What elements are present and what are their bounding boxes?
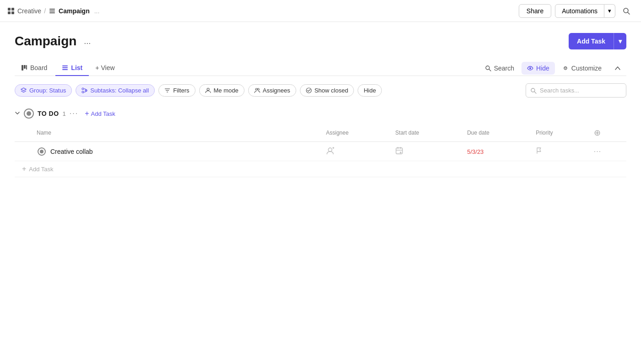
chip-group-status[interactable]: Group: Status: [15, 84, 72, 97]
task-search-wrap: [526, 83, 626, 98]
svg-rect-1: [11, 8, 14, 11]
chip-subtasks-label: Subtasks: Collapse all: [90, 87, 149, 94]
hide-action[interactable]: Hide: [521, 62, 555, 75]
list-tab-icon: [62, 65, 68, 71]
automations-group: Automations ▾: [555, 4, 615, 18]
breadcrumb-separator: /: [44, 7, 46, 15]
automations-arrow-button[interactable]: ▾: [604, 4, 615, 18]
grid-icon: [7, 7, 15, 15]
search-action-icon: [485, 65, 491, 71]
add-task-plus-icon: +: [22, 165, 26, 173]
svg-line-31: [535, 92, 537, 93]
svg-rect-5: [49, 11, 55, 11]
layers-icon: [21, 87, 27, 93]
page-content: Campaign ... Add Task ▾ Board: [0, 22, 641, 188]
tab-list[interactable]: List: [55, 60, 89, 76]
view-tabs-left: Board List + View: [15, 60, 120, 76]
task-status-dot: [40, 150, 43, 153]
task-status-icon[interactable]: [38, 147, 46, 156]
add-task-button-label: Add Task: [29, 166, 53, 173]
task-assignee-cell: [320, 142, 390, 161]
automations-button[interactable]: Automations: [555, 4, 604, 18]
chip-filters[interactable]: Filters: [158, 84, 195, 97]
filter-bar: Group: Status Subtasks: Collapse all Fil…: [15, 83, 626, 98]
board-tab-icon: [21, 65, 27, 71]
breadcrumb-more[interactable]: ...: [94, 7, 100, 15]
chip-hide[interactable]: Hide: [358, 84, 382, 97]
svg-rect-13: [62, 67, 68, 68]
svg-point-19: [565, 68, 566, 69]
task-more-icon[interactable]: ···: [594, 147, 601, 155]
hide-action-label: Hide: [536, 65, 549, 72]
chip-assignees[interactable]: Assignees: [248, 84, 296, 97]
page-more-button[interactable]: ...: [81, 36, 93, 47]
plus-view-icon: +: [95, 64, 99, 71]
priority-flag-icon[interactable]: [536, 147, 543, 154]
search-action[interactable]: Search: [479, 62, 520, 75]
add-task-button[interactable]: + Add Task: [22, 165, 619, 173]
task-table-body: Creative collab: [15, 142, 626, 177]
task-due-date-cell: 5/3/23: [462, 142, 530, 161]
assignee-add-icon[interactable]: [326, 147, 334, 155]
chip-me-mode[interactable]: Me mode: [199, 84, 244, 97]
section-toggle-todo[interactable]: [15, 110, 20, 117]
svg-rect-6: [49, 12, 55, 13]
table-row: Creative collab: [15, 142, 626, 161]
topbar: Creative / Campaign ... Share Automation…: [0, 0, 641, 22]
section-header-todo: TO DO 1 ··· + Add Task: [15, 105, 626, 122]
collapse-action[interactable]: [609, 62, 626, 74]
people-icon: [254, 87, 260, 93]
svg-point-17: [529, 67, 531, 69]
chevron-down-icon: [15, 110, 20, 116]
add-task-main-button[interactable]: Add Task ▾: [569, 33, 626, 49]
add-task-row: + Add Task: [15, 161, 626, 177]
tab-add-view[interactable]: + View: [91, 60, 119, 76]
add-column-icon[interactable]: ⊕: [594, 128, 601, 137]
tab-add-view-label: View: [101, 64, 114, 71]
task-name-text[interactable]: Creative collab: [50, 148, 93, 155]
chip-hide-label: Hide: [364, 87, 376, 94]
task-start-date-cell: [390, 142, 462, 161]
chevron-up-icon: [614, 65, 621, 71]
svg-rect-0: [8, 8, 11, 11]
search-tasks-icon: [530, 87, 537, 94]
search-action-label: Search: [494, 65, 514, 72]
hide-action-icon: [527, 65, 533, 71]
svg-point-29: [306, 88, 311, 93]
share-button[interactable]: Share: [519, 4, 551, 18]
breadcrumb-parent-label: Creative: [17, 7, 41, 15]
chip-show-closed[interactable]: Show closed: [300, 84, 354, 97]
topbar-actions: Share Automations ▾: [519, 4, 634, 18]
section-status-icon: [24, 109, 34, 119]
task-priority-cell: [530, 142, 588, 161]
chip-subtasks[interactable]: Subtasks: Collapse all: [76, 84, 155, 97]
task-name-cell: Creative collab: [15, 142, 320, 161]
search-tasks-input[interactable]: [526, 83, 626, 98]
customize-action[interactable]: Customize: [557, 62, 607, 75]
start-date-add-icon[interactable]: [395, 147, 403, 155]
check-circle-icon: [306, 87, 312, 93]
task-table: Name Assignee Start date Due date Priori…: [15, 124, 626, 177]
tab-board[interactable]: Board: [15, 60, 54, 76]
page-title-area: Campaign ...: [15, 34, 93, 49]
section-add-task-todo[interactable]: + Add Task: [82, 109, 118, 119]
breadcrumb-current[interactable]: Campaign: [49, 7, 90, 15]
col-due-date: Due date: [462, 124, 530, 142]
col-assignee: Assignee: [320, 124, 390, 142]
add-task-arrow[interactable]: ▾: [614, 33, 626, 49]
section-more-todo[interactable]: ···: [70, 109, 78, 118]
svg-rect-2: [8, 11, 11, 14]
svg-point-30: [531, 88, 535, 92]
task-table-header: Name Assignee Start date Due date Priori…: [15, 124, 626, 142]
filter-chips: Group: Status Subtasks: Collapse all Fil…: [15, 84, 382, 97]
customize-action-icon: [562, 65, 569, 71]
topbar-search-button[interactable]: [619, 4, 634, 18]
svg-rect-4: [49, 9, 55, 10]
section-status-dot: [27, 111, 31, 116]
tab-list-label: List: [71, 64, 82, 71]
col-add[interactable]: ⊕: [588, 124, 626, 142]
task-header-row: Name Assignee Start date Due date Priori…: [15, 124, 626, 142]
section-title-todo: TO DO: [38, 110, 59, 117]
breadcrumb-parent[interactable]: Creative: [7, 7, 41, 15]
task-due-date[interactable]: 5/3/23: [467, 148, 483, 155]
